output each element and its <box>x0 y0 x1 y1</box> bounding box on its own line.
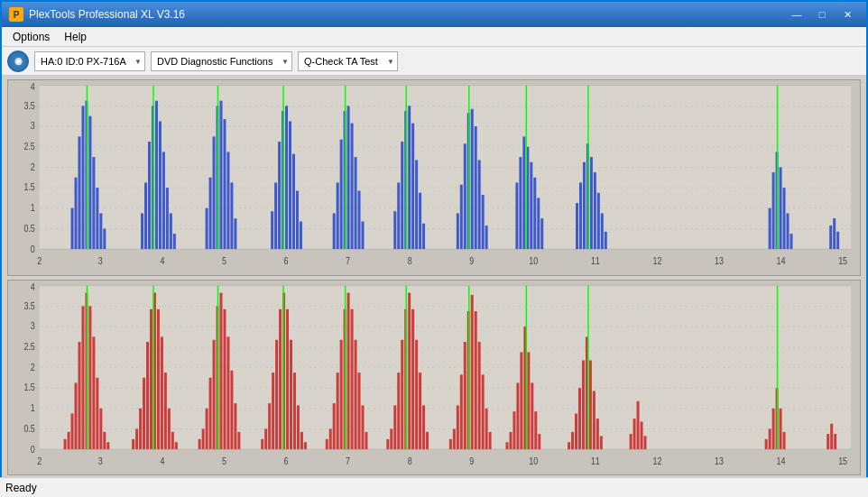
svg-rect-182 <box>106 442 109 449</box>
svg-rect-92 <box>415 160 418 249</box>
svg-rect-246 <box>415 339 418 448</box>
svg-rect-291 <box>765 438 768 448</box>
function-select[interactable]: DVD Diagnostic Functions <box>151 51 292 71</box>
svg-rect-245 <box>411 308 414 448</box>
svg-rect-284 <box>600 436 603 449</box>
svg-rect-240 <box>393 405 396 449</box>
svg-rect-206 <box>226 336 229 449</box>
function-select-wrapper[interactable]: DVD Diagnostic Functions <box>151 51 292 71</box>
minimize-button[interactable]: — <box>785 6 808 23</box>
svg-rect-218 <box>286 308 289 448</box>
svg-rect-126 <box>772 172 775 249</box>
svg-rect-223 <box>304 442 307 449</box>
svg-rect-50 <box>159 121 162 249</box>
svg-rect-36 <box>78 136 81 249</box>
svg-rect-209 <box>237 431 240 448</box>
svg-rect-40 <box>92 157 95 249</box>
svg-rect-242 <box>401 339 403 448</box>
svg-rect-200 <box>206 408 208 448</box>
status-text: Ready <box>5 482 37 494</box>
svg-rect-178 <box>92 336 95 449</box>
svg-rect-270 <box>527 352 530 449</box>
svg-rect-181 <box>103 431 106 448</box>
svg-text:7: 7 <box>346 456 350 466</box>
svg-rect-281 <box>589 360 592 449</box>
drive-icon-button[interactable]: ◉ <box>7 51 29 72</box>
svg-text:15: 15 <box>838 456 847 466</box>
svg-rect-286 <box>630 434 633 449</box>
svg-rect-189 <box>150 308 152 448</box>
menu-bar: Options Help <box>2 27 866 47</box>
svg-rect-233 <box>355 339 357 448</box>
svg-text:8: 8 <box>408 256 412 267</box>
test-select-wrapper[interactable]: Q-Check TA Test <box>298 51 398 71</box>
maximize-button[interactable]: □ <box>810 6 834 23</box>
svg-rect-205 <box>223 308 226 448</box>
svg-rect-215 <box>275 339 278 448</box>
svg-text:3: 3 <box>31 320 35 331</box>
svg-rect-98 <box>464 143 466 249</box>
svg-rect-180 <box>99 408 102 448</box>
svg-rect-90 <box>408 106 411 249</box>
drive-select-wrapper[interactable]: HA:0 ID:0 PX-716A <box>34 51 145 71</box>
svg-rect-51 <box>162 152 165 249</box>
svg-rect-68 <box>278 142 281 249</box>
title-text: PlexTools Professional XL V3.16 <box>29 8 785 21</box>
svg-rect-128 <box>780 167 782 249</box>
svg-rect-254 <box>460 374 463 449</box>
svg-rect-186 <box>139 408 142 448</box>
svg-rect-47 <box>148 142 151 249</box>
toolbar: ◉ HA:0 ID:0 PX-716A DVD Diagnostic Funct… <box>2 47 866 76</box>
svg-rect-121 <box>597 193 600 249</box>
svg-rect-52 <box>166 188 169 249</box>
svg-rect-37 <box>81 106 84 249</box>
menu-options[interactable]: Options <box>5 29 57 45</box>
test-select[interactable]: Q-Check TA Test <box>298 51 398 71</box>
svg-text:11: 11 <box>591 456 600 466</box>
svg-rect-290 <box>644 436 647 449</box>
svg-text:2.5: 2.5 <box>23 341 34 352</box>
svg-text:3.5: 3.5 <box>23 100 34 111</box>
svg-rect-62 <box>226 152 229 249</box>
svg-text:15: 15 <box>838 256 847 267</box>
svg-rect-283 <box>596 419 599 449</box>
svg-rect-259 <box>478 342 481 449</box>
svg-rect-56 <box>206 208 208 249</box>
svg-rect-219 <box>290 339 292 448</box>
svg-rect-265 <box>509 431 512 448</box>
svg-rect-184 <box>132 438 134 448</box>
svg-text:4: 4 <box>31 281 36 292</box>
drive-select[interactable]: HA:0 ID:0 PX-716A <box>34 51 145 71</box>
svg-rect-96 <box>457 213 459 249</box>
svg-rect-262 <box>489 431 492 448</box>
svg-rect-194 <box>168 408 171 448</box>
svg-rect-172 <box>71 413 74 449</box>
svg-rect-235 <box>362 405 365 449</box>
svg-rect-275 <box>568 442 570 449</box>
svg-rect-216 <box>279 308 282 448</box>
close-button[interactable]: ✕ <box>836 6 859 23</box>
svg-rect-39 <box>88 116 91 249</box>
menu-help[interactable]: Help <box>57 29 94 45</box>
svg-rect-84 <box>362 222 365 250</box>
svg-rect-208 <box>234 403 236 449</box>
svg-text:4: 4 <box>31 82 36 93</box>
svg-text:1.5: 1.5 <box>23 182 34 193</box>
svg-text:1: 1 <box>31 402 35 413</box>
svg-rect-133 <box>829 225 832 249</box>
svg-rect-199 <box>202 428 205 449</box>
svg-rect-231 <box>347 292 350 449</box>
svg-rect-244 <box>408 292 411 449</box>
svg-rect-288 <box>637 400 640 448</box>
svg-rect-239 <box>390 428 392 449</box>
svg-rect-82 <box>355 157 357 249</box>
svg-rect-221 <box>297 405 300 449</box>
svg-text:0: 0 <box>31 443 35 454</box>
svg-text:14: 14 <box>777 456 787 466</box>
svg-rect-174 <box>78 342 81 449</box>
svg-rect-93 <box>419 193 421 249</box>
svg-text:5: 5 <box>222 456 226 466</box>
svg-rect-108 <box>522 136 525 249</box>
svg-rect-248 <box>422 405 425 449</box>
svg-rect-298 <box>826 434 829 449</box>
